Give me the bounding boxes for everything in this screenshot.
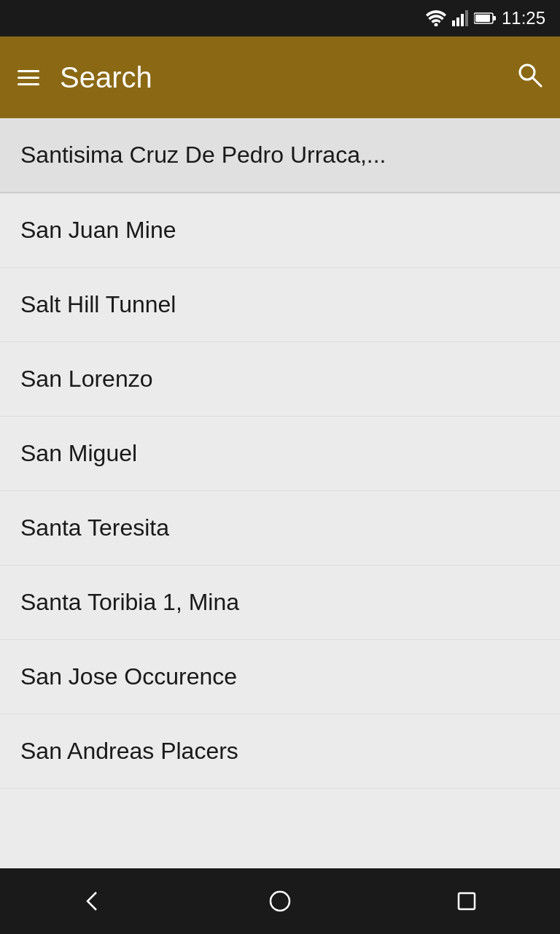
status-icons: 11:25	[426, 8, 545, 28]
status-bar: 11:25	[0, 0, 560, 36]
status-time: 11:25	[502, 8, 545, 28]
list-item-text: Santisima Cruz De Pedro Urraca,...	[20, 142, 386, 168]
list-item-text: San Jose Occurence	[20, 663, 237, 690]
list-item-text: San Juan Mine	[20, 217, 176, 243]
battery-icon	[474, 12, 496, 25]
wifi-icon	[426, 10, 446, 26]
svg-rect-6	[493, 16, 496, 20]
list-item[interactable]: San Lorenzo	[0, 342, 560, 417]
hamburger-menu-button[interactable]	[18, 70, 39, 85]
home-button[interactable]	[258, 879, 302, 923]
search-button[interactable]	[516, 61, 542, 94]
list-item[interactable]: Santa Toribia 1, Mina	[0, 566, 560, 640]
list-item[interactable]: Santa Teresita	[0, 491, 560, 566]
list-item-text: Santa Toribia 1, Mina	[20, 589, 239, 615]
toolbar-title: Search	[60, 61, 152, 94]
svg-rect-4	[465, 10, 468, 26]
back-button[interactable]	[71, 879, 115, 923]
toolbar-left: Search	[18, 61, 152, 94]
recent-apps-button[interactable]	[445, 879, 489, 923]
signal-icon	[452, 10, 468, 26]
list-item[interactable]: San Miguel	[0, 417, 560, 491]
list-item[interactable]: San Juan Mine	[0, 193, 560, 268]
list-item[interactable]: Salt Hill Tunnel	[0, 268, 560, 342]
list-item-text: Santa Teresita	[20, 514, 169, 541]
svg-rect-7	[475, 15, 490, 22]
svg-point-10	[271, 892, 289, 911]
svg-rect-1	[452, 20, 455, 26]
toolbar: Search	[0, 36, 560, 118]
svg-rect-11	[459, 893, 475, 909]
list-item-text: San Andreas Placers	[20, 738, 238, 764]
list-item[interactable]: San Andreas Placers	[0, 714, 560, 789]
list-item-text: San Lorenzo	[20, 366, 152, 392]
list-item[interactable]: San Jose Occurence	[0, 640, 560, 714]
svg-line-9	[532, 77, 541, 86]
list-item-text: Salt Hill Tunnel	[20, 291, 176, 317]
svg-point-0	[434, 23, 438, 27]
list-item-text: San Miguel	[20, 440, 137, 466]
list-item[interactable]: Santisima Cruz De Pedro Urraca,...	[0, 118, 560, 193]
svg-rect-3	[461, 14, 464, 26]
search-results-list: Santisima Cruz De Pedro Urraca,...San Ju…	[0, 118, 560, 868]
svg-rect-2	[456, 18, 459, 26]
bottom-nav	[0, 868, 560, 934]
